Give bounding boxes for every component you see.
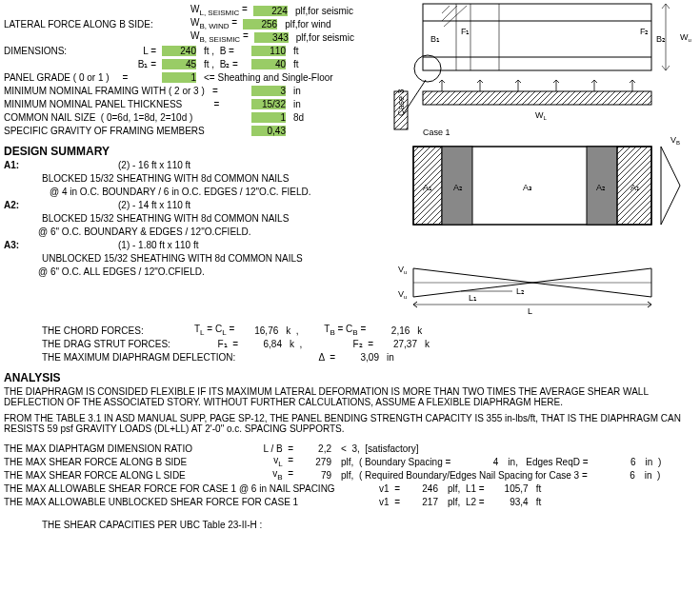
vB-unit: plf, ( Required Boundary/Edges Nail Spac…: [341, 470, 588, 481]
wb-seismic-label: WB, SEISMIC =: [190, 30, 249, 44]
TB-unit: k: [417, 325, 422, 336]
v1a-value: 246: [406, 483, 438, 494]
L2-dim-label: L₂: [516, 286, 525, 296]
B-unit: ft: [293, 46, 299, 56]
F1-dim-label: F₁: [461, 27, 470, 36]
a1-line1: BLOCKED 15/32 SHEATHING WITH 8d COMMON N…: [42, 171, 394, 185]
B2-value: 40: [251, 59, 286, 69]
wb-seismic-row: WB, SEISMIC = 343 plf,for seismic: [4, 30, 394, 44]
L1-dim-label: L₁: [469, 293, 477, 303]
vB-spacing: 6: [588, 470, 635, 481]
B1-label: B₁ =: [128, 59, 156, 69]
nail-row: COMMON NAIL SIZE ( 0=6d, 1=8d, 2=10d ) 1…: [4, 110, 394, 124]
delta-label: Δ =: [290, 352, 335, 363]
vL-row: THE MAX SHEAR FORCE ALONG B SIDE vL = 27…: [4, 455, 696, 468]
panel-grade-row: PANEL GRADE ( 0 or 1 ) = 1 <= Sheathing …: [4, 70, 394, 84]
TL-sym: TL = CL =: [194, 324, 234, 337]
thickness-value: 15/32: [251, 99, 286, 109]
wb-seismic-unit: plf,for seismic: [296, 32, 354, 43]
a2-line2: @ 6" O.C. BOUNDARY & EDGES / 12"O.CFIELD…: [38, 225, 394, 238]
v1a-unit: plf, L1 =: [448, 483, 485, 494]
vL-value: 279: [299, 457, 331, 467]
L1-value: 105,7: [490, 483, 529, 494]
sg-value: 0,43: [251, 126, 286, 136]
a2-row: A2: (2) - 14 ft x 110 ft: [4, 198, 394, 211]
chord-row: THE CHORD FORCES: TL = CL = 16,76 k , TB…: [4, 324, 696, 337]
wb-wind-label: WB, WIND =: [190, 17, 237, 30]
allow1-label: THE MAX ALLOWABLE SHEAR FORCE FOR CASE 1…: [4, 483, 366, 494]
dim-L-row: DIMENSIONS: L = 240 ft , B = 110 ft: [4, 44, 394, 57]
thickness-row: MINIMUM NOMINAL PANEL THICKNESS = 15/32 …: [4, 97, 394, 110]
vB-sym: vB =: [251, 468, 293, 482]
wb-wind-unit: plf,for wind: [285, 19, 330, 30]
a2-zone-right: A₂: [596, 183, 606, 192]
TB-sym: TB = CB =: [324, 324, 366, 337]
svg-rect-6: [423, 91, 651, 105]
chord-label: THE CHORD FORCES:: [42, 325, 194, 336]
vB-value: 79: [299, 470, 331, 481]
vL-boundary-spacing: 4: [450, 457, 498, 467]
panel-grade-value: 1: [162, 72, 196, 83]
F1-unit: k ,: [290, 339, 328, 349]
Wu-label: Wu: [680, 32, 691, 43]
a2-zone-left: A₂: [453, 183, 463, 192]
force-b-label: LATERAL FORCE ALONG B SIDE:: [4, 19, 190, 30]
WL-label: WL: [535, 110, 548, 121]
framing-row: MINIMUM NOMINAL FRAMING WITH ( 2 or 3 ) …: [4, 84, 394, 97]
a1-zone-left: A₁: [423, 183, 432, 192]
ratio-sym: L / B =: [251, 443, 293, 454]
a2-dim: (2) - 14 ft x 110 ft: [118, 200, 190, 210]
defl-row: THE MAXIMUM DIAPHRAGM DEFLECTION: Δ = 3,…: [4, 350, 696, 364]
a2-line1: BLOCKED 15/32 SHEATHING WITH 8d COMMON N…: [42, 211, 394, 225]
wl-seismic-label: WL, SEISMIC =: [190, 4, 248, 17]
wb-seismic-value: 343: [254, 32, 289, 43]
v1b-sym: v1 =: [366, 497, 400, 507]
wl-seismic-row: WL, SEISMIC = 224 plf,for seismic: [4, 4, 394, 17]
a3-line1: UNBLOCKED 15/32 SHEATHING WITH 8d COMMON…: [42, 251, 394, 265]
framing-label: MINIMUM NOMINAL FRAMING WITH ( 2 or 3 ) …: [4, 86, 251, 96]
thickness-unit: in: [293, 99, 301, 109]
v1a-sym: v1 =: [366, 483, 400, 494]
framing-value: 3: [251, 86, 286, 96]
allow1-row: THE MAX ALLOWABLE SHEAR FORCE FOR CASE 1…: [4, 482, 696, 495]
B2-unit: ft: [293, 59, 299, 69]
vL-unit: plf, ( Boundary Spacing =: [341, 457, 450, 467]
L-unit: ft , B =: [204, 46, 251, 56]
a1-zone-right: A₁: [630, 183, 640, 192]
ratio-label: THE MAX DIAPHTAGM DIMENSION RATIO: [4, 443, 251, 454]
L2-unit: ft: [536, 497, 542, 507]
vL-label: THE MAX SHEAR FORCE ALONG B SIDE: [4, 457, 251, 467]
L1-unit: ft: [536, 483, 542, 494]
B1-dim-label: B₁: [430, 34, 440, 44]
B2-dim-label: B₂: [656, 34, 666, 44]
vB-label: THE MAX SHEAR FORCE ALONG L SIDE: [4, 470, 251, 481]
F2-unit: k: [425, 339, 430, 349]
a3-label: A3:: [4, 240, 42, 250]
B-value: 110: [251, 46, 286, 56]
a1-label: A1:: [4, 160, 42, 170]
sg-row: SPECIFIC GRAVITY OF FRAMING MEMBERS 0,43: [4, 124, 394, 137]
wl-seismic-unit: plf,for seismic: [295, 6, 353, 16]
sg-label: SPECIFIC GRAVITY OF FRAMING MEMBERS: [4, 126, 251, 136]
analysis-title: ANALYSIS: [4, 371, 696, 384]
F2-label: F₂ =: [328, 339, 373, 349]
analysis-p1: THE DIAPHRAGM IS CONSIDED FLEXIBLE IF IT…: [4, 386, 696, 407]
a1-row: A1: (2) - 16 ft x 110 ft: [4, 158, 394, 171]
dim-label: DIMENSIONS:: [4, 46, 128, 56]
analysis-p2: FROM THE TABLE 3.1 IN ASD MANUAL SUPP, P…: [4, 413, 696, 434]
shear-diagram: Vu Vu L L₂ L₁: [394, 249, 690, 316]
panel-grade-label: PANEL GRADE ( 0 or 1 ) =: [4, 72, 162, 83]
TB-value: 2,16: [371, 325, 410, 336]
vL-bs-unit: in, Edges ReqD =: [508, 457, 588, 467]
drag-label: THE DRAG STRUT FORCES:: [42, 339, 206, 349]
F1-value: 6,84: [244, 339, 282, 349]
TL-value: 16,76: [240, 325, 278, 336]
a1-dim: (2) - 16 ft x 110 ft: [118, 160, 190, 170]
ratio-row: THE MAX DIAPHTAGM DIMENSION RATIO L / B …: [4, 442, 696, 455]
defl-label: THE MAXIMUM DIAPHRAGM DEFLECTION:: [42, 352, 290, 363]
plan-diagram: B₁ B₂ F₁ F₂ Wu WL Case 3 Case 1: [394, 4, 690, 137]
nail-unit: 8d: [293, 112, 304, 123]
design-summary-title: DESIGN SUMMARY: [4, 145, 394, 158]
B1-unit: ft , B₂ =: [204, 59, 251, 69]
framing-unit: in: [293, 86, 301, 96]
